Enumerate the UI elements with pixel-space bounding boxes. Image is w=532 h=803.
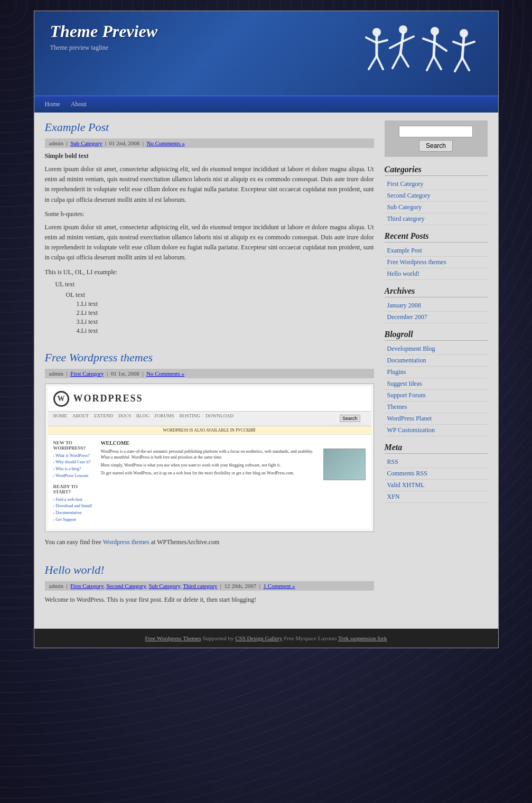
post-meta-hello: admin | First Category, Second Category,… [45, 581, 374, 591]
nav-home[interactable]: Home [45, 99, 60, 110]
post-ol-section: OL text [66, 291, 374, 299]
wp-announcement: WORDPRESS IS ALSO AVAILABLE IN РУССКИЙ [48, 426, 371, 435]
archive-dec-2007[interactable]: December 2007 [385, 312, 488, 323]
svg-line-4 [369, 56, 377, 69]
nav-about[interactable]: About [71, 99, 87, 110]
blogroll-themes[interactable]: Themes [385, 402, 488, 413]
post-comments-wp[interactable]: No Comments » [146, 370, 184, 377]
svg-line-19 [462, 38, 464, 58]
post-category-example[interactable]: Sub Category [70, 140, 102, 146]
post-wp-themes: Free Wordpress themes admin | First Cate… [45, 351, 374, 548]
blogroll-title: Blogroll [385, 330, 488, 341]
post-comments-example[interactable]: No Comments » [147, 140, 185, 146]
header-illustration [361, 22, 477, 90]
svg-line-17 [434, 56, 441, 69]
sidebar-archives: Archives January 2008 December 2007 [385, 286, 488, 323]
header-figures [361, 22, 477, 90]
archive-jan-2008[interactable]: January 2008 [385, 300, 488, 312]
recent-post-hello[interactable]: Hello world! [385, 268, 488, 280]
category-third[interactable]: Third category [385, 213, 488, 225]
recent-post-example[interactable]: Example Post [385, 245, 488, 257]
post-date-example: 01 2nd, 2008 [109, 140, 140, 146]
blogroll-support[interactable]: Support Forum [385, 390, 488, 402]
recent-posts-title: Recent Posts [385, 231, 488, 242]
category-sub[interactable]: Sub Category [385, 202, 488, 213]
post-meta-example: admin | Sub Category | 01 2nd, 2008 | No… [45, 138, 374, 148]
wp-main-mock: WELCOME WordPress is a state-of-the-art … [101, 440, 366, 524]
post-cat-second[interactable]: Second Category [106, 583, 146, 589]
site-footer: Free Wordpress Themes Supported by CSS D… [34, 629, 498, 648]
post-example: Example Post admin | Sub Category | 01 2… [45, 120, 374, 335]
content-area: Example Post admin | Sub Category | 01 2… [45, 120, 385, 621]
footer-link-trek[interactable]: Trek suspension fork [338, 635, 387, 641]
post-body2-example: Lorem ipsum dolor sit amet, consectetur … [45, 222, 374, 263]
blogroll-wp-planet[interactable]: WordPress Planet [385, 413, 488, 425]
category-second[interactable]: Second Category [385, 190, 488, 202]
post-title-example: Example Post [45, 120, 374, 134]
post-cat-third[interactable]: Third category [183, 583, 217, 589]
post-bold-text: Simple bold text [45, 152, 374, 160]
sidebar-recent-posts: Recent Posts Example Post Free Wordpress… [385, 231, 488, 280]
post-category-wp[interactable]: First Category [70, 370, 104, 377]
meta-rss[interactable]: RSS [385, 456, 488, 468]
search-input[interactable] [399, 126, 473, 137]
meta-xhtml[interactable]: Valid XHTML [385, 480, 488, 491]
blogroll-ideas[interactable]: Suggest Ideas [385, 378, 488, 390]
wp-logo-area: W WordPress [48, 387, 371, 412]
post-cat-sub[interactable]: Sub Category [148, 583, 180, 589]
blogroll-plugins[interactable]: Plugins [385, 367, 488, 378]
wp-logo-text: WordPress [73, 393, 143, 404]
site-branding: Theme Preview Theme preview tagline [50, 22, 157, 52]
svg-line-7 [400, 34, 403, 53]
page-wrapper: Theme Preview Theme preview tagline [29, 0, 504, 659]
site-nav: Home About [34, 96, 498, 113]
wp-search-area: Search [334, 413, 366, 424]
meta-xfn[interactable]: XFN [385, 491, 488, 503]
wp-content-mock: NEW TO WORDPRESS? › What is WordPress? ›… [48, 435, 371, 529]
footer-link-css[interactable]: CSS Design Gallery [235, 635, 282, 641]
svg-line-13 [434, 35, 435, 56]
post-title-link-example[interactable]: Example Post [45, 120, 109, 134]
post-bquote-label: Some b-quotes: [45, 210, 374, 218]
recent-post-wp[interactable]: Free Wordpress themes [385, 257, 488, 268]
svg-line-16 [427, 56, 434, 70]
wp-search-button[interactable]: Search [340, 415, 360, 422]
sidebar: Search Categories First Category Second … [385, 120, 488, 621]
svg-line-11 [400, 53, 408, 67]
post-title-link-wp[interactable]: Free Wordpress themes [45, 351, 153, 364]
li-item-2: 2.Li text [77, 309, 374, 317]
category-first[interactable]: First Category [385, 179, 488, 190]
meta-comments-rss[interactable]: Comments RSS [385, 468, 488, 480]
post-body1-example: Lorem ipsum dolor sit amet, consectetur … [45, 164, 374, 205]
post-title-link-hello[interactable]: Hello world! [45, 563, 105, 576]
main-layout: Example Post admin | Sub Category | 01 2… [34, 113, 498, 629]
blogroll-dev[interactable]: Development Blog [385, 343, 488, 355]
post-title-hello: Hello world! [45, 563, 374, 577]
blogroll-docs[interactable]: Documentation [385, 355, 488, 367]
post-comments-hello[interactable]: 1 Comment » [264, 583, 295, 589]
blogroll-wp-custom[interactable]: WP Customization [385, 425, 488, 436]
footer-text-myspace: Free Myspace Layouts [284, 635, 337, 641]
post-author-wp: admin [49, 370, 64, 377]
ul-item: UL text [55, 281, 374, 288]
svg-line-15 [435, 43, 446, 51]
site-header: Theme Preview Theme preview tagline [34, 11, 498, 96]
footer-text-supported: Supported by [203, 635, 236, 641]
post-author-hello: admin [49, 583, 64, 589]
nav-links: Home About [34, 96, 498, 113]
wp-sidebar-mock: NEW TO WORDPRESS? › What is WordPress? ›… [53, 440, 96, 524]
post-ul-section: UL text [55, 281, 374, 288]
footer-link-themes[interactable]: Free Wordpress Themes [145, 635, 201, 641]
li-item-3: 3.Li text [77, 318, 374, 326]
wp-logo-mark: W [53, 391, 69, 407]
post-meta-wp: admin | First Category | 01 1st, 2008 | … [45, 369, 374, 378]
post-ul-label: This is UL, OL, LI example: [45, 268, 374, 276]
svg-line-22 [455, 58, 462, 71]
svg-line-10 [393, 53, 400, 68]
post-cat-first[interactable]: First Category [70, 583, 104, 589]
archives-title: Archives [385, 286, 488, 297]
post-wp-themes-link[interactable]: Wordpress themes [103, 538, 150, 546]
site-tagline: Theme preview tagline [50, 44, 157, 52]
search-button[interactable]: Search [419, 140, 453, 152]
wp-screenshot: W WordPress HOME ABOUT EXTEND DOCS BLOG … [45, 384, 374, 532]
